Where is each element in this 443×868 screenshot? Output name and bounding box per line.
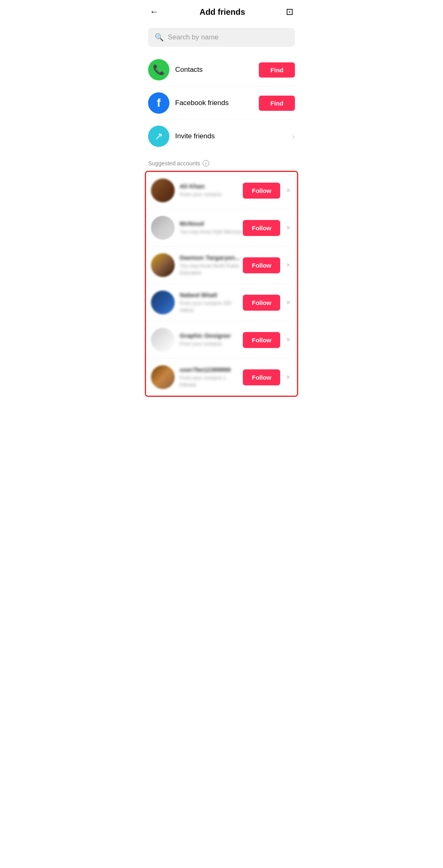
contacts-icon-wrap: 📞 <box>148 59 169 80</box>
dismiss-button[interactable]: × <box>284 334 292 346</box>
account-info: Graphic DesignerFrom your contacts <box>180 332 243 348</box>
account-info: Ali KhanFrom your contacts <box>180 183 243 198</box>
account-name: McNoud <box>180 220 243 227</box>
contacts-row[interactable]: 📞 Contacts Find <box>148 53 295 87</box>
dismiss-button[interactable]: × <box>284 259 292 271</box>
search-container: 🔍 Search by name <box>142 24 301 53</box>
account-subtitle: You may know North Public Education <box>180 263 243 277</box>
follow-button[interactable]: Follow <box>243 369 281 385</box>
account-row: McNoudYou may know Kyle MernoryFollow× <box>146 209 297 247</box>
avatar <box>151 253 175 277</box>
dismiss-button[interactable]: × <box>284 222 292 234</box>
follow-button[interactable]: Follow <box>243 220 281 236</box>
account-name: Daemon Targaryen... <box>180 254 243 261</box>
avatar <box>151 216 175 240</box>
account-subtitle: From your contacts <box>180 191 243 198</box>
follow-button[interactable]: Follow <box>243 295 281 311</box>
facebook-icon: f <box>157 96 160 110</box>
invite-icon-wrap: ↗ <box>148 126 169 147</box>
suggested-accounts-section: Ali KhanFrom your contactsFollow×McNoudY… <box>145 171 298 397</box>
account-info: McNoudYou may know Kyle Mernory <box>180 220 243 236</box>
follow-button[interactable]: Follow <box>243 257 281 273</box>
back-button[interactable]: ← <box>150 7 159 17</box>
suggested-label: Suggested accounts <box>148 160 200 167</box>
facebook-icon-wrap: f <box>148 92 169 114</box>
header: ← Add friends ⊡ <box>142 0 301 24</box>
scan-icon[interactable]: ⊡ <box>286 7 293 17</box>
share-icon: ↗ <box>155 131 163 142</box>
account-subtitle: From your contacts 1 follower <box>180 375 243 389</box>
chevron-right-icon: › <box>292 132 295 141</box>
dismiss-button[interactable]: × <box>284 371 292 383</box>
facebook-find-button[interactable]: Find <box>259 96 295 111</box>
invite-label: Invite friends <box>175 132 292 140</box>
search-input[interactable]: 🔍 Search by name <box>148 28 295 47</box>
dismiss-button[interactable]: × <box>284 297 292 309</box>
contacts-find-button[interactable]: Find <box>259 62 295 78</box>
account-name: Graphic Designer <box>180 332 243 339</box>
account-name: Nabeel Bhatt <box>180 291 243 298</box>
suggested-header: Suggested accounts i <box>142 153 301 171</box>
account-subtitle: From your contacts <box>180 341 243 348</box>
account-info: user7be12399999From your contacts 1 foll… <box>180 366 243 389</box>
search-icon: 🔍 <box>155 33 164 42</box>
contacts-label: Contacts <box>175 66 259 74</box>
account-name: Ali Khan <box>180 183 243 190</box>
dismiss-button[interactable]: × <box>284 185 292 197</box>
account-row: Nabeel BhattFrom your contacts 200 video… <box>146 284 297 321</box>
info-icon[interactable]: i <box>203 160 209 167</box>
account-info: Daemon Targaryen...You may know North Pu… <box>180 254 243 277</box>
avatar <box>151 179 175 202</box>
facebook-label: Facebook friends <box>175 99 259 107</box>
search-placeholder: Search by name <box>168 33 219 41</box>
account-subtitle: You may know Kyle Mernory <box>180 229 243 236</box>
avatar <box>151 328 175 352</box>
facebook-row[interactable]: f Facebook friends Find <box>148 87 295 120</box>
account-row: user7be12399999From your contacts 1 foll… <box>146 359 297 396</box>
account-info: Nabeel BhattFrom your contacts 200 video… <box>180 291 243 314</box>
avatar <box>151 291 175 314</box>
phone-icon: 📞 <box>153 64 165 76</box>
account-name: user7be12399999 <box>180 366 243 373</box>
invite-row[interactable]: ↗ Invite friends › <box>148 120 295 153</box>
menu-list: 📞 Contacts Find f Facebook friends Find … <box>142 53 301 153</box>
follow-button[interactable]: Follow <box>243 332 281 348</box>
account-subtitle: From your contacts 200 videos <box>180 300 243 314</box>
avatar <box>151 365 175 389</box>
follow-button[interactable]: Follow <box>243 183 281 199</box>
page-title: Add friends <box>199 7 245 17</box>
account-row: Graphic DesignerFrom your contactsFollow… <box>146 321 297 359</box>
account-row: Daemon Targaryen...You may know North Pu… <box>146 247 297 284</box>
account-row: Ali KhanFrom your contactsFollow× <box>146 172 297 209</box>
